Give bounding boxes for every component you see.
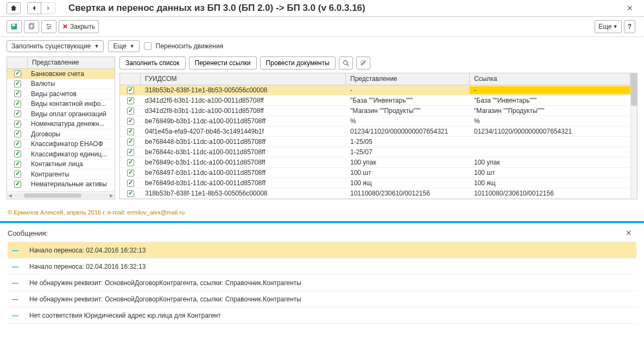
cell-guid: be76844c-b3b1-11dc-a100-0011d85708ff (141, 148, 346, 156)
list-item-label: Контактные лица (28, 160, 115, 168)
message-row[interactable]: —Нет соответствия Юридический адрес юр.л… (8, 307, 636, 324)
messages-close-button[interactable]: ✕ (621, 229, 636, 237)
cell-repr: - (346, 86, 470, 94)
search-button[interactable] (339, 56, 353, 70)
checkbox-icon[interactable] (127, 190, 134, 197)
checkbox-icon[interactable] (127, 87, 134, 94)
list-item[interactable]: Виды контактной инфо... (7, 99, 115, 110)
fill-existing-dropdown[interactable]: Заполнить существующие ▼ (7, 40, 104, 52)
help-button[interactable]: ? (624, 20, 635, 33)
cell-guid: 318b53b2-638f-11e1-8b53-005056c00008 (141, 86, 346, 94)
list-item[interactable]: Виды оплат организаций (7, 109, 115, 119)
list-item-label: Виды контактной инфо... (28, 100, 115, 108)
cell-link: % (470, 117, 630, 125)
left-horizontal-scrollbar[interactable]: ◀ ▶ (7, 191, 115, 199)
checkbox-icon[interactable] (127, 97, 134, 104)
copy-button[interactable] (24, 20, 39, 33)
list-item-label: Валюты (28, 80, 115, 87)
list-item[interactable]: Номенклатура денежн... (7, 119, 115, 130)
list-item[interactable]: Контактные лица (7, 160, 115, 170)
message-text: Начало переноса: 02.04.2016 16:32:13 (29, 263, 632, 270)
message-row[interactable]: —Не обнаружен реквизит: ОсновнойДоговорК… (8, 291, 636, 307)
home-icon (10, 4, 17, 12)
checkbox-icon[interactable] (14, 80, 21, 87)
vertical-scrollbar[interactable] (630, 73, 637, 199)
message-text: Начало переноса: 02.04.2016 16:32:13 (29, 247, 632, 254)
settings-button[interactable] (41, 20, 56, 33)
checkbox-icon[interactable] (127, 138, 134, 146)
list-item[interactable]: Контрагенты (7, 169, 115, 180)
list-item[interactable]: Классификатор единиц... (7, 149, 115, 160)
transfer-links-button[interactable]: Перенести ссылки (189, 56, 257, 70)
checkbox-icon[interactable] (14, 130, 21, 137)
checkbox-icon[interactable] (14, 121, 21, 128)
list-item[interactable]: Договоры (7, 129, 115, 140)
checkbox-icon[interactable] (14, 110, 21, 117)
credit-link[interactable]: © Ермилов Алексей, апрель 2016 г. e-mail… (8, 209, 185, 216)
message-row[interactable]: —Начало переноса: 02.04.2016 16:32:13 (8, 259, 636, 275)
table-row[interactable]: be76849d-b3b1-11dc-a100-0011d85708ff100 … (120, 178, 630, 188)
sub-toolbar: Заполнить существующие ▼ Еще ▼ Переносит… (0, 37, 644, 56)
table-row[interactable]: be768497-b3b1-11dc-a100-0011d85708ff100 … (120, 168, 630, 178)
table-row[interactable]: be76844c-b3b1-11dc-a100-0011d85708ff1-25… (120, 147, 630, 157)
table-row[interactable]: d341d2f6-b3b1-11dc-a100-0011d85708ff"Баз… (120, 96, 630, 106)
table-row[interactable]: be76849c-b3b1-11dc-a100-0011d85708ff100 … (120, 157, 630, 168)
process-docs-button[interactable]: Провести документы (260, 56, 336, 70)
checkbox-icon[interactable] (127, 108, 134, 115)
svg-point-7 (343, 61, 347, 65)
close-button[interactable]: ✕ (622, 4, 637, 12)
list-item[interactable]: Валюты (7, 79, 115, 90)
checkbox-icon[interactable] (127, 169, 134, 177)
table-row[interactable]: 318b53b2-638f-11e1-8b53-005056c00008-- (120, 85, 630, 96)
checkbox-icon[interactable] (127, 128, 134, 135)
list-item[interactable]: Банковские счета (7, 69, 115, 79)
messages-section: Сообщения: ✕ —Начало переноса: 02.04.201… (0, 223, 644, 329)
dash-icon: — (12, 295, 18, 303)
fill-list-button[interactable]: Заполнить список (119, 56, 186, 70)
list-item-label: Классификатор единиц... (28, 150, 115, 158)
table-row[interactable]: d341d2f8-b3b1-11dc-a100-0011d85708ff"Маг… (120, 106, 630, 116)
checkbox-icon[interactable] (14, 181, 21, 188)
table-row[interactable]: 318b53b7-638f-11e1-8b53-005056c000081011… (120, 188, 630, 199)
more-label: Еще (598, 23, 611, 30)
list-item-label: Виды расчетов (28, 90, 115, 98)
transfer-movements-checkbox[interactable]: Переносить движения (144, 42, 223, 50)
checkbox-icon[interactable] (14, 141, 21, 148)
message-row[interactable]: —Не обнаружен реквизит: ОсновнойДоговорК… (8, 275, 636, 291)
header-bar: Свертка и перенос данных из БП 3.0 (БП 2… (0, 0, 644, 17)
clear-search-button[interactable] (356, 56, 370, 70)
checkbox-icon[interactable] (14, 161, 21, 168)
list-item-label: Нематериальные активы (28, 180, 115, 188)
checkbox-icon[interactable] (127, 118, 134, 125)
left-header: Представление (7, 57, 115, 69)
home-button[interactable] (7, 2, 21, 14)
sub-more-label: Еще (113, 42, 126, 50)
cell-link: - (470, 86, 630, 94)
footer-credit: © Ермилов Алексей, апрель 2016 г. e-mail… (0, 204, 644, 221)
checkbox-icon[interactable] (14, 90, 21, 97)
close-form-button[interactable]: ✕ Закрыть (59, 20, 99, 33)
sub-more-dropdown[interactable]: Еще ▼ (108, 40, 139, 52)
checkbox-icon[interactable] (127, 180, 134, 187)
more-button[interactable]: Еще ▼ (595, 20, 621, 33)
list-item[interactable]: Классификатор ЕНАОФ (7, 140, 115, 150)
forward-button[interactable] (41, 2, 55, 14)
checkbox-icon[interactable] (14, 100, 21, 108)
checkbox-icon[interactable] (127, 149, 134, 156)
checkbox-icon[interactable] (14, 70, 21, 77)
cell-repr: % (346, 117, 470, 125)
list-item[interactable]: Виды расчетов (7, 89, 115, 99)
dash-icon: — (12, 279, 18, 287)
list-item-label: Классификатор ЕНАОФ (28, 140, 115, 148)
table-row[interactable]: be76849b-b3b1-11dc-a100-0011d85708ff%% (120, 116, 630, 127)
checkbox-icon[interactable] (127, 159, 134, 166)
cell-guid: 318b53b7-638f-11e1-8b53-005056c00008 (141, 190, 346, 197)
message-row[interactable]: —Начало переноса: 02.04.2016 16:32:13 (8, 242, 636, 259)
save-button[interactable] (7, 20, 22, 33)
table-row[interactable]: 04f1e45a-efa9-4207-bb46-3c1491449b1f0123… (120, 127, 630, 137)
checkbox-icon[interactable] (14, 171, 21, 178)
back-button[interactable] (27, 2, 41, 14)
table-row[interactable]: be768448-b3b1-11dc-a100-0011d85708ff1-25… (120, 137, 630, 147)
list-item[interactable]: Нематериальные активы (7, 180, 115, 190)
checkbox-icon[interactable] (14, 150, 21, 157)
